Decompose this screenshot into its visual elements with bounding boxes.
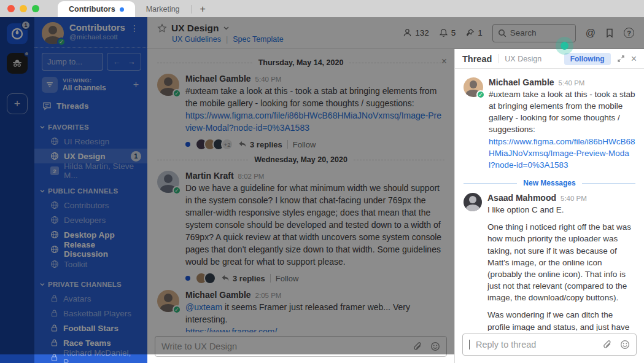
message-author[interactable]: Michael Gamble xyxy=(489,77,554,87)
close-icon[interactable]: × xyxy=(441,57,447,66)
emoji-icon[interactable] xyxy=(620,340,630,349)
sidebar-item-group-dm[interactable]: 2 Hilda Martin, Steve M... xyxy=(34,163,147,178)
add-channel-button[interactable]: + xyxy=(132,79,140,90)
message[interactable]: ✓ Martin Kraft 8:02 PM Do we have a guid… xyxy=(157,171,444,268)
framer-link[interactable]: https://www.framer.com/ xyxy=(185,327,277,332)
workspace-unread-badge: 1 xyxy=(21,20,31,30)
message-author[interactable]: Michael Gamble xyxy=(185,74,251,84)
sidebar-item-contributors[interactable]: Contributors xyxy=(34,198,147,213)
bell-icon xyxy=(439,28,448,37)
sidebar-item-release-discussion[interactable]: Release Discussion xyxy=(34,242,147,257)
sidebar-item-developers[interactable]: Developers xyxy=(34,213,147,227)
header-link-spec-template[interactable]: Spec Template xyxy=(233,35,283,44)
mention-link[interactable]: @uxteam xyxy=(185,302,222,312)
message[interactable]: ✓ Michael Gamble 2:05 PM @uxteam it seem… xyxy=(157,290,444,332)
tab-contributors[interactable]: Contributors xyxy=(58,1,135,17)
message-author[interactable]: Michael Gamble xyxy=(185,290,251,300)
message-paragraph: I like option C and E. xyxy=(487,204,635,216)
chevron-down-icon[interactable] xyxy=(223,26,229,30)
section-private-channels[interactable]: PRIVATE CHANNELS xyxy=(34,278,147,291)
section-favorites[interactable]: FAVORITES xyxy=(34,120,147,134)
add-workspace-button[interactable]: + xyxy=(7,93,28,114)
sidebar-item-basketball-players[interactable]: Basketball Players xyxy=(34,306,147,321)
channel-filter-button[interactable] xyxy=(42,77,58,93)
message-composer[interactable] xyxy=(155,336,447,357)
reply-arrow-icon xyxy=(238,141,247,148)
workspace-incognito[interactable] xyxy=(7,53,28,74)
figma-link[interactable]: https://www.figma.com/file/i86bHWcB68HMi… xyxy=(489,137,635,170)
thread-summary[interactable]: +2 3 replies Follow xyxy=(185,138,444,151)
thread-header: Thread UX Design Following × xyxy=(455,49,644,69)
search-box[interactable] xyxy=(492,24,576,42)
section-public-channels[interactable]: PUBLIC CHANNELS xyxy=(34,184,147,198)
unread-dot-icon xyxy=(185,142,190,147)
saved-posts-button[interactable]: 1 xyxy=(465,28,483,37)
emoji-icon[interactable] xyxy=(430,342,440,351)
mentions-button[interactable]: @ xyxy=(586,28,596,39)
sidebar-header[interactable]: ✓ Contributors @michael.scott ⋮ xyxy=(34,17,147,48)
message-text: #uxteam take a look at this - took a sta… xyxy=(185,85,444,134)
attachment-icon[interactable] xyxy=(413,342,422,351)
channel-title[interactable]: UX Design xyxy=(171,23,219,34)
maximize-window-button[interactable] xyxy=(32,5,39,12)
follow-button[interactable]: Follow xyxy=(293,140,316,149)
globe-icon xyxy=(50,230,59,239)
globe-icon xyxy=(50,137,59,146)
sidebar-menu-icon[interactable]: ⋮ xyxy=(128,22,141,34)
attachment-icon[interactable] xyxy=(603,340,611,349)
message-time: 5:40 PM xyxy=(559,79,585,87)
minimize-window-button[interactable] xyxy=(20,5,27,12)
thread-root-message[interactable]: ✓ Michael Gamble 5:40 PM #uxteam take a … xyxy=(464,77,635,171)
new-tab-button[interactable]: + xyxy=(192,1,214,17)
more-participants-badge: +2 xyxy=(221,138,233,150)
meta-separator xyxy=(270,274,271,283)
pin-icon xyxy=(465,28,475,37)
message-author[interactable]: Martin Kraft xyxy=(185,171,234,181)
avatar xyxy=(464,193,482,211)
message[interactable]: ✓ Michael Gamble 5:40 PM #uxteam take a … xyxy=(157,74,444,134)
avatar: ✓ xyxy=(157,74,179,96)
sidebar-item-ui-redesign[interactable]: UI Redesign xyxy=(34,134,147,149)
pinned-posts-button[interactable]: 5 xyxy=(439,28,456,37)
search-input[interactable] xyxy=(510,28,565,37)
sidebar-item-avatars[interactable]: Avatars xyxy=(34,291,147,306)
tab-label: Contributors xyxy=(69,5,115,14)
following-button[interactable]: Following xyxy=(564,53,611,65)
sidebar-item-richard-mcdaniel[interactable]: Richard McDaniel, P... xyxy=(34,350,147,363)
unread-dot-icon xyxy=(185,276,190,281)
help-button[interactable]: ? xyxy=(624,28,634,38)
back-icon[interactable]: ← xyxy=(113,57,121,66)
close-window-button[interactable] xyxy=(7,5,15,12)
window-controls xyxy=(0,0,48,17)
figma-link[interactable]: https://www.figma.com/file/i86bHWcB68HMi… xyxy=(185,111,441,133)
follow-button[interactable]: Follow xyxy=(276,274,299,283)
replies-link[interactable]: 3 replies xyxy=(238,140,282,149)
jump-to-input[interactable] xyxy=(42,53,103,71)
message-list[interactable]: × Thursday, May 14, 2020 ✓ Micha xyxy=(147,49,454,332)
tab-marketing[interactable]: Marketing xyxy=(135,1,191,17)
online-status-icon: ✓ xyxy=(57,37,66,46)
message-author[interactable]: Asaad Mahmood xyxy=(487,193,556,203)
member-count-button[interactable]: 132 xyxy=(403,28,429,37)
thread-summary[interactable]: 3 replies Follow xyxy=(185,271,444,285)
message-time: 5:40 PM xyxy=(561,195,587,202)
thread-panel: Thread UX Design Following × ✓ xyxy=(454,49,644,363)
sidebar-item-football-stars[interactable]: Football Stars xyxy=(34,321,147,335)
bookmark-icon[interactable] xyxy=(605,28,614,38)
favorite-star-icon[interactable] xyxy=(157,23,167,33)
message-input[interactable] xyxy=(161,342,405,351)
sidebar-item-threads[interactable]: Threads xyxy=(34,98,147,114)
channel-sidebar: ✓ Contributors @michael.scott ⋮ ← → VIEW xyxy=(34,17,147,363)
header-link-ux-guidelines[interactable]: UX Guidelines xyxy=(172,35,221,44)
reply-input[interactable] xyxy=(476,340,594,349)
message-column: × Thursday, May 14, 2020 ✓ Micha xyxy=(147,49,454,363)
close-icon[interactable]: × xyxy=(631,53,637,64)
sidebar-item-toolkit[interactable]: Toolkit xyxy=(34,257,147,271)
forward-icon[interactable]: → xyxy=(128,57,136,66)
thread-message-list[interactable]: ✓ Michael Gamble 5:40 PM #uxteam take a … xyxy=(455,69,644,331)
workspace-contributors[interactable]: 1 xyxy=(7,23,28,44)
expand-icon[interactable] xyxy=(617,55,625,63)
replies-link[interactable]: 3 replies xyxy=(221,274,265,283)
thread-reply-message[interactable]: Asaad Mahmood 5:40 PM I like option C an… xyxy=(464,193,635,331)
thread-composer[interactable] xyxy=(462,334,637,356)
